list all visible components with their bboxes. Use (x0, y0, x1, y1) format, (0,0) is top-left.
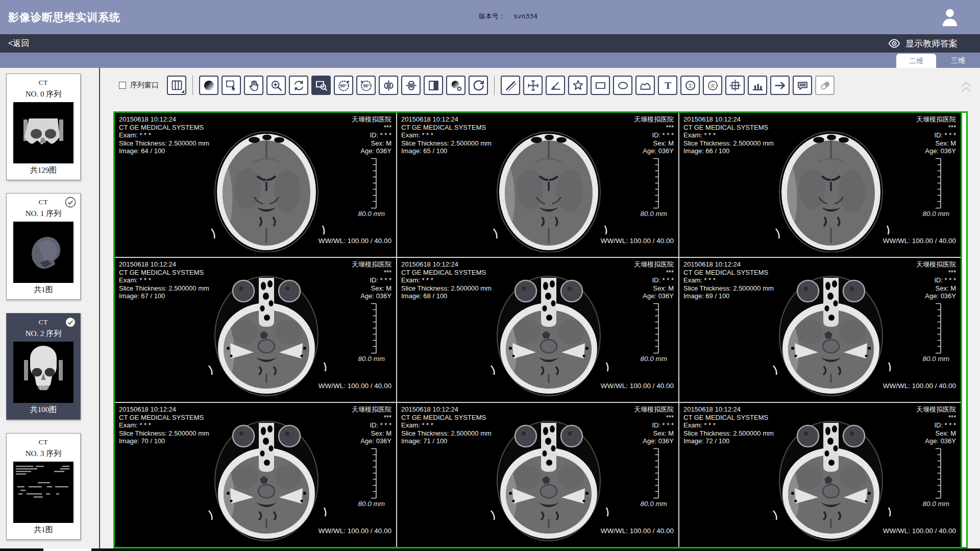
overlay-anonymous: *** (634, 124, 674, 132)
nav-bar: <返回 显示教师答案 (0, 34, 980, 53)
tool-marker-secondary-button[interactable]: 次 (703, 76, 722, 95)
overlay-study-info: 20150618 10:12:24CT GE MEDICAL SYSTEMSEx… (401, 260, 492, 300)
tool-rotate-90-cw-button[interactable]: 90° (356, 76, 376, 95)
tool-arrow-annotation-button[interactable] (770, 76, 790, 95)
ct-slice-image (766, 417, 894, 544)
overlay-slice-thickness: Slice Thickness: 2.500000 mm (119, 284, 209, 293)
tool-eraser-button (815, 76, 835, 95)
overlay-patient-id: ID: * * * (352, 421, 391, 429)
viewport-cell-0[interactable]: 20150618 10:12:24CT GE MEDICAL SYSTEMSEx… (115, 113, 396, 257)
tool-layout-select-button[interactable] (167, 76, 186, 95)
overlay-exam: Exam: * * * (401, 131, 492, 139)
tab-2d[interactable]: 二维 (896, 54, 936, 68)
overlay-datetime: 20150618 10:12:24 (119, 260, 209, 269)
toolbar-separator (494, 76, 495, 95)
series-count: 共1图 (7, 285, 80, 295)
arrow-icon (773, 79, 787, 92)
overlay-anonymous: *** (916, 269, 956, 277)
tool-measure-line-button[interactable] (501, 76, 520, 95)
overlay-device: CT GE MEDICAL SYSTEMS (119, 269, 209, 277)
overlay-image-number: Image: 67 / 100 (119, 292, 209, 300)
series-window-toggle[interactable]: 序列窗口 (119, 81, 159, 90)
overlay-patient-id: ID: * * * (916, 421, 956, 429)
tool-rotate-free-button[interactable] (289, 76, 308, 95)
series-name: NO. 0 序列 (7, 89, 80, 99)
show-teacher-answer-button[interactable]: 显示教师答案 (888, 37, 958, 50)
overlay-device: CT GE MEDICAL SYSTEMS (401, 124, 492, 132)
user-avatar-icon[interactable] (938, 6, 962, 29)
overlay-patient-info: 天堰模拟医院***ID: * * *Sex: MAge: 036Y (352, 405, 391, 445)
collapse-toolbar-icon[interactable] (959, 81, 974, 94)
ct-slice-image (484, 417, 611, 544)
overlay-datetime: 20150618 10:12:24 (119, 115, 209, 124)
overlay-patient-info: 天堰模拟医院***ID: * * *Sex: MAge: 036Y (916, 405, 956, 445)
series-card-1[interactable]: CTNO. 1 序列共1图 (6, 193, 81, 300)
viewport-cell-6[interactable]: 20150618 10:12:24CT GE MEDICAL SYSTEMSEx… (115, 403, 396, 547)
back-button[interactable]: <返回 (8, 38, 29, 49)
eye-icon (888, 37, 901, 50)
tool-draw-curve-button[interactable] (635, 76, 655, 95)
series-window-label: 序列窗口 (130, 81, 159, 90)
marker-primary-icon: 主 (683, 79, 697, 92)
viewer-scrollbar[interactable] (961, 113, 966, 547)
overlay-age: Age: 036Y (352, 292, 391, 300)
overlay-patient-info: 天堰模拟医院***ID: * * *Sex: MAge: 036Y (916, 115, 956, 155)
series-count: 共1图 (7, 525, 80, 535)
viewport-cell-1[interactable]: 20150618 10:12:24CT GE MEDICAL SYSTEMSEx… (397, 113, 678, 257)
overlay-anonymous: *** (916, 124, 956, 132)
tool-draw-ellipse-button[interactable] (613, 76, 632, 95)
tool-pan-button[interactable] (244, 76, 263, 95)
tool-zoom-in-button[interactable] (266, 76, 286, 95)
tool-rect-select-button[interactable] (222, 76, 241, 95)
overlay-sex: Sex: M (352, 429, 391, 438)
tool-draw-rect-button[interactable] (591, 76, 610, 95)
measure-angle-icon (549, 79, 562, 92)
tool-draw-star-button[interactable] (568, 76, 587, 95)
ct-slice-image (484, 127, 611, 254)
tool-text-annotation-button[interactable]: T (658, 76, 677, 95)
tool-rotate-90-ccw-button[interactable]: 90° (334, 76, 353, 95)
overlay-sex: Sex: M (352, 284, 391, 293)
tab-3d[interactable]: 三维 (938, 54, 978, 67)
viewport-cell-4[interactable]: 20150618 10:12:24CT GE MEDICAL SYSTEMSEx… (397, 258, 678, 402)
series-sidebar: CTNO. 0 序列共129图CTNO. 1 序列共1图CTNO. 2 序列共1… (0, 68, 100, 551)
tool-flip-horizontal-button[interactable] (379, 76, 398, 95)
overlay-patient-info: 天堰模拟医院***ID: * * *Sex: MAge: 036Y (634, 115, 674, 155)
overlay-anonymous: *** (352, 414, 391, 422)
viewport-cell-2[interactable]: 20150618 10:12:24CT GE MEDICAL SYSTEMSEx… (679, 113, 961, 257)
overlay-study-info: 20150618 10:12:24CT GE MEDICAL SYSTEMSEx… (401, 405, 492, 445)
viewport-cell-7[interactable]: 20150618 10:12:24CT GE MEDICAL SYSTEMSEx… (397, 403, 678, 547)
tool-reset-button[interactable] (469, 76, 488, 95)
tool-locate-center-button[interactable] (725, 76, 745, 95)
tool-histogram-button[interactable] (748, 76, 767, 95)
scale-ruler-icon (934, 158, 942, 211)
tool-marker-primary-button[interactable]: 主 (680, 76, 700, 95)
ellipse-icon (616, 79, 630, 92)
locate-center-icon (728, 79, 742, 92)
tool-window-level-button[interactable] (199, 76, 218, 95)
tool-comment-button[interactable] (793, 76, 812, 95)
viewport-cell-3[interactable]: 20150618 10:12:24CT GE MEDICAL SYSTEMSEx… (115, 258, 396, 402)
tool-zoom-region-button[interactable] (311, 76, 331, 95)
tool-flip-vertical-button[interactable] (401, 76, 421, 95)
series-card-0[interactable]: CTNO. 0 序列共129图 (6, 74, 81, 180)
next-card-edge (43, 548, 91, 551)
tool-invert-button[interactable] (424, 76, 443, 95)
overlay-window-level: WW/WL: 100.00 / 40.00 (601, 382, 674, 390)
scale-ruler-icon (652, 448, 660, 501)
overlay-slice-thickness: Slice Thickness: 2.500000 mm (401, 284, 492, 293)
viewport-cell-8[interactable]: 20150618 10:12:24CT GE MEDICAL SYSTEMSEx… (679, 403, 961, 547)
tool-pseudo-color-button[interactable] (446, 76, 465, 95)
ct-slice-image (202, 272, 329, 399)
series-card-3[interactable]: CTNO. 3 序列共1图 (6, 433, 81, 540)
series-card-2[interactable]: CTNO. 2 序列共100图 (6, 313, 81, 420)
checkbox-icon[interactable] (119, 82, 126, 89)
overlay-slice-thickness: Slice Thickness: 2.500000 mm (119, 139, 209, 148)
viewport-cell-5[interactable]: 20150618 10:12:24CT GE MEDICAL SYSTEMSEx… (679, 258, 961, 402)
tool-measure-angle-button[interactable] (546, 76, 565, 95)
series-thumbnail (13, 462, 74, 523)
overlay-hospital: 天堰模拟医院 (352, 260, 391, 269)
overlay-study-info: 20150618 10:12:24CT GE MEDICAL SYSTEMSEx… (119, 115, 209, 155)
overlay-datetime: 20150618 10:12:24 (683, 260, 774, 269)
tool-measure-cross-button[interactable] (523, 76, 543, 95)
